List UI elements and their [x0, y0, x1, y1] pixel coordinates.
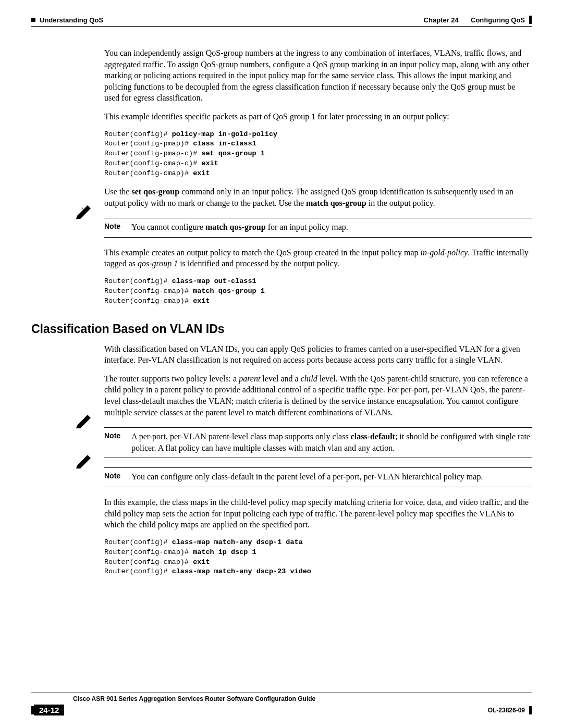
code-prompt: Router(config-cmap)#	[104, 558, 193, 566]
code-prompt: Router(config)#	[104, 130, 172, 138]
text-bold: match qos-group	[205, 223, 266, 231]
note-label: Note	[104, 471, 131, 483]
heading-classification: Classification Based on VLAN IDs	[31, 322, 532, 336]
chapter-number: Chapter 24	[424, 16, 459, 24]
code-cmd: set qos-group 1	[201, 150, 265, 157]
text: in the output policy.	[366, 199, 435, 207]
text: This example creates an output policy to…	[104, 248, 421, 257]
code-prompt: Router(config-cmap)#	[104, 287, 193, 295]
code-prompt: Router(config)#	[104, 567, 172, 575]
note-block: Note You can configure only class-defaul…	[104, 467, 532, 487]
header-rule	[31, 26, 532, 27]
bar-icon	[529, 16, 532, 24]
code-block: Router(config)# class-map out-class1 Rou…	[104, 277, 532, 306]
content-column: You can independently assign QoS-group n…	[104, 47, 532, 306]
text: is identified and processed by the outpu…	[178, 259, 339, 268]
code-prompt: Router(config-cmap)#	[104, 169, 193, 177]
header-right: Chapter 24 Configuring QoS	[424, 16, 532, 24]
note-label: Note	[104, 431, 131, 453]
header-left: Understanding QoS	[31, 16, 103, 24]
code-cmd: exit	[193, 297, 210, 305]
code-prompt: Router(config-cmap)#	[104, 297, 193, 305]
code-cmd: exit	[193, 558, 210, 566]
pencil-icon	[76, 414, 94, 428]
paragraph: This example creates an output policy to…	[104, 247, 532, 269]
paragraph: You can independently assign QoS-group n…	[104, 47, 532, 104]
chapter-title: Configuring QoS	[471, 16, 525, 24]
code-prompt: Router(config-pmap-c)#	[104, 150, 201, 157]
paragraph: The router supports two policy levels: a…	[104, 373, 532, 418]
footer-guide-title: Cisco ASR 901 Series Aggregation Service…	[73, 695, 532, 702]
paragraph: In this example, the class maps in the c…	[104, 497, 532, 530]
text-italic: parent	[239, 374, 260, 383]
pencil-icon	[76, 454, 94, 468]
note-text: You can configure only class-default in …	[131, 471, 483, 483]
page: Understanding QoS Chapter 24 Configuring…	[0, 0, 563, 728]
bar-icon	[529, 706, 532, 714]
text-bold: set qos-group	[131, 187, 179, 196]
text-italic: child	[301, 374, 317, 383]
paragraph: With classification based on VLAN IDs, y…	[104, 343, 532, 366]
note-block: Note A per-port, per-VLAN parent-level c…	[104, 427, 532, 458]
note-text: You cannot configure match qos-group for…	[131, 221, 348, 233]
note-label: Note	[104, 221, 131, 233]
code-cmd: class in-class1	[193, 140, 256, 147]
pencil-icon	[76, 204, 94, 219]
code-cmd: class-map match-any dscp-1 data	[172, 538, 303, 546]
note-text: A per-port, per-VLAN parent-level class …	[131, 431, 532, 453]
text: for an input policy map.	[266, 223, 348, 231]
code-prompt: Router(config-cmap)#	[104, 548, 193, 556]
footer-doc-id: OL-23826-09	[488, 706, 532, 714]
text: Use the	[104, 187, 131, 196]
code-prompt: Router(config-cmap-c)#	[104, 159, 201, 167]
code-prompt: Router(config)#	[104, 277, 172, 285]
text-italic: qos-group 1	[138, 259, 178, 268]
code-prompt: Router(config-pmap)#	[104, 140, 193, 147]
doc-id: OL-23826-09	[488, 707, 525, 714]
code-block: Router(config)# policy-map in-gold-polic…	[104, 130, 532, 179]
note-block: Note You cannot configure match qos-grou…	[104, 218, 532, 238]
code-cmd: policy-map in-gold-policy	[172, 130, 278, 138]
paragraph: Use the set qos-group command only in an…	[104, 186, 532, 208]
code-cmd: match ip dscp 1	[193, 548, 256, 556]
code-cmd: class-map match-any dscp-23 video	[172, 567, 311, 575]
text: A per-port, per-VLAN parent-level class …	[131, 432, 351, 441]
code-cmd: class-map out-class1	[172, 277, 256, 285]
text-bold: match qos-group	[306, 199, 366, 207]
text: You cannot configure	[131, 223, 205, 231]
page-header: Understanding QoS Chapter 24 Configuring…	[31, 16, 532, 24]
square-bullet-icon	[31, 18, 35, 22]
text: The router supports two policy levels: a	[104, 374, 239, 383]
content-column: With classification based on VLAN IDs, y…	[104, 343, 532, 577]
text: level and a	[260, 374, 300, 383]
text-bold: class-default	[351, 432, 395, 441]
section-title: Understanding QoS	[40, 16, 103, 24]
code-block: Router(config)# class-map match-any dscp…	[104, 538, 532, 577]
code-cmd: exit	[201, 159, 218, 167]
code-cmd: match qos-group 1	[193, 287, 265, 295]
paragraph: This example identifies specific packets…	[104, 111, 532, 122]
text-italic: in-gold-policy	[421, 248, 468, 257]
page-footer: Cisco ASR 901 Series Aggregation Service…	[31, 693, 532, 715]
page-number: 24-12	[34, 705, 64, 715]
code-cmd: exit	[193, 169, 210, 177]
code-prompt: Router(config)#	[104, 538, 172, 546]
